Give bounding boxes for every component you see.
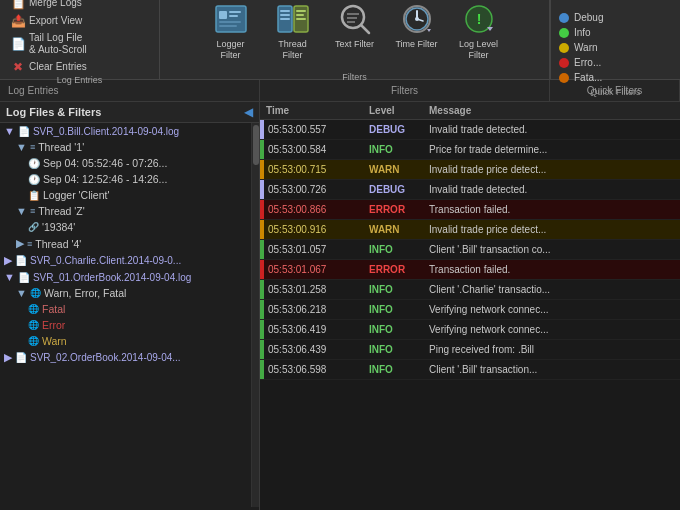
svg-line-15 [361, 25, 369, 33]
subheader-filters: Filters [260, 80, 550, 101]
row-time-3: 05:53:00.726 [264, 184, 365, 195]
tree-label-11: Fatal [42, 303, 65, 315]
log-row-3[interactable]: 05:53:00.726DEBUGInvalid trade detected. [260, 180, 680, 200]
log-table-header: Time Level Message [260, 102, 680, 120]
log-row-6[interactable]: 05:53:01.057INFOClient '.Bill' transacti… [260, 240, 680, 260]
tree-item-8[interactable]: ▶ 📄 SVR_0.Charlie.Client.2014-09-0... [0, 252, 259, 269]
row-level-12: INFO [365, 364, 425, 375]
tree-item-9[interactable]: ▼ 📄 SVR_01.OrderBook.2014-09-04.log [0, 269, 259, 285]
log-row-8[interactable]: 05:53:01.258INFOClient '.Charlie' transa… [260, 280, 680, 300]
clear-entries-button[interactable]: ✖ Clear Entries [8, 59, 90, 75]
tree-expand-icon-9: ▼ [4, 271, 15, 283]
quick-filter-error[interactable]: Erro... [559, 57, 672, 68]
scrollbar[interactable] [251, 123, 259, 507]
tree-item-6[interactable]: 🔗 '19384' [0, 219, 259, 235]
log-row-2[interactable]: 05:53:00.715WARNInvalid trade price dete… [260, 160, 680, 180]
info-dot [559, 28, 569, 38]
tree-item-13[interactable]: 🌐 Warn [0, 333, 259, 349]
col-header-time: Time [260, 105, 365, 116]
tree-expand-icon-14: ▶ [4, 351, 12, 364]
row-time-6: 05:53:01.057 [264, 244, 365, 255]
left-panel-collapse-button[interactable]: ◀ [244, 105, 253, 119]
tree-expand-icon-8: ▶ [4, 254, 12, 267]
log-row-1[interactable]: 05:53:00.584INFOPrice for trade determin… [260, 140, 680, 160]
log-row-5[interactable]: 05:53:00.916WARNInvalid trade price dete… [260, 220, 680, 240]
tree-level-icon-11: 🌐 [28, 304, 39, 314]
tree-item-4[interactable]: 📋 Logger 'Client' [0, 187, 259, 203]
tree-item-0[interactable]: ▼ 📄 SVR_0.Bill.Client.2014-09-04.log [0, 123, 259, 139]
logger-filter-button[interactable]: LoggerFilter [202, 0, 260, 64]
tree-thread-icon-5: ≡ [30, 206, 35, 216]
log-row-9[interactable]: 05:53:06.218INFOVerifying network connec… [260, 300, 680, 320]
row-msg-7: Transaction failed. [425, 264, 680, 275]
toolbar-actions: 📋 Merge Logs 📤 Export View 📄 Tail Log Fi… [8, 0, 90, 75]
time-filter-button[interactable]: Time Filter [388, 0, 446, 54]
tree-label-4: Logger 'Client' [43, 189, 109, 201]
row-time-11: 05:53:06.439 [264, 344, 365, 355]
row-time-8: 05:53:01.258 [264, 284, 365, 295]
log-row-12[interactable]: 05:53:06.598INFOClient '.Bill' transacti… [260, 360, 680, 380]
log-row-11[interactable]: 05:53:06.439INFOPing received from: .Bil… [260, 340, 680, 360]
row-time-7: 05:53:01.067 [264, 264, 365, 275]
text-filter-icon [337, 1, 373, 37]
row-time-1: 05:53:00.584 [264, 144, 365, 155]
tree-label-5: Thread 'Z' [38, 205, 85, 217]
merge-logs-button[interactable]: 📋 Merge Logs [8, 0, 85, 11]
tree-label-6: '19384' [42, 221, 75, 233]
toolbar: 📋 Merge Logs 📤 Export View 📄 Tail Log Fi… [0, 0, 680, 80]
tree-item-3[interactable]: 🕐 Sep 04: 12:52:46 - 14:26... [0, 171, 259, 187]
tree-time-icon-3: 🕐 [28, 174, 40, 185]
svg-rect-13 [296, 18, 306, 20]
tree-label-8: SVR_0.Charlie.Client.2014-09-0... [30, 255, 181, 266]
log-row-7[interactable]: 05:53:01.067ERRORTransaction failed. [260, 260, 680, 280]
tail-log-button[interactable]: 📄 Tail Log File& Auto-Scroll [8, 31, 90, 57]
row-level-6: INFO [365, 244, 425, 255]
tree-item-10[interactable]: ▼ 🌐 Warn, Error, Fatal [0, 285, 259, 301]
left-panel-header: Log Files & Filters ◀ [0, 102, 259, 123]
svg-rect-7 [280, 10, 290, 12]
tree-item-2[interactable]: 🕐 Sep 04: 05:52:46 - 07:26... [0, 155, 259, 171]
tree-item-14[interactable]: ▶ 📄 SVR_02.OrderBook.2014-09-04... [0, 349, 259, 366]
tree-file-icon-0: 📄 [18, 126, 30, 137]
row-msg-9: Verifying network connec... [425, 304, 680, 315]
svg-rect-8 [280, 14, 290, 16]
row-time-12: 05:53:06.598 [264, 364, 365, 375]
row-msg-10: Verifying network connec... [425, 324, 680, 335]
export-view-icon: 📤 [11, 14, 25, 28]
tree-label-0: SVR_0.Bill.Client.2014-09-04.log [33, 126, 179, 137]
tree-item-7[interactable]: ▶ ≡ Thread '4' [0, 235, 259, 252]
loglevel-filter-icon: ! [461, 1, 497, 37]
error-dot [559, 58, 569, 68]
row-msg-6: Client '.Bill' transaction co... [425, 244, 680, 255]
quick-filter-info[interactable]: Info [559, 27, 672, 38]
tree-expand-icon-1: ▼ [16, 141, 27, 153]
log-row-0[interactable]: 05:53:00.557DEBUGInvalid trade detected. [260, 120, 680, 140]
subheader: Log Entries Filters Quick Filters [0, 80, 680, 102]
tree-label-13: Warn [42, 335, 67, 347]
scrollbar-thumb[interactable] [253, 125, 259, 165]
svg-rect-11 [296, 10, 306, 12]
tree-item-1[interactable]: ▼ ≡ Thread '1' [0, 139, 259, 155]
export-view-button[interactable]: 📤 Export View [8, 13, 85, 29]
merge-logs-icon: 📋 [11, 0, 25, 10]
thread-filter-button[interactable]: ThreadFilter [264, 0, 322, 64]
tree-item-11[interactable]: 🌐 Fatal [0, 301, 259, 317]
quick-filter-debug[interactable]: Debug [559, 12, 672, 23]
tree-label-9: SVR_01.OrderBook.2014-09-04.log [33, 272, 191, 283]
tree-label-7: Thread '4' [35, 238, 81, 250]
quick-filter-warn[interactable]: Warn [559, 42, 672, 53]
row-time-5: 05:53:00.916 [264, 224, 365, 235]
svg-point-23 [415, 17, 419, 21]
text-filter-button[interactable]: Text Filter [326, 0, 384, 54]
loglevel-filter-button[interactable]: ! Log LevelFilter [450, 0, 508, 64]
row-level-3: DEBUG [365, 184, 425, 195]
tree-item-12[interactable]: 🌐 Error [0, 317, 259, 333]
log-row-4[interactable]: 05:53:00.866ERRORTransaction failed. [260, 200, 680, 220]
svg-rect-4 [219, 21, 241, 23]
tree-level-icon-12: 🌐 [28, 320, 39, 330]
row-level-2: WARN [365, 164, 425, 175]
log-row-10[interactable]: 05:53:06.419INFOVerifying network connec… [260, 320, 680, 340]
text-filter-label: Text Filter [335, 39, 374, 50]
tree-item-5[interactable]: ▼ ≡ Thread 'Z' [0, 203, 259, 219]
clear-entries-icon: ✖ [11, 60, 25, 74]
